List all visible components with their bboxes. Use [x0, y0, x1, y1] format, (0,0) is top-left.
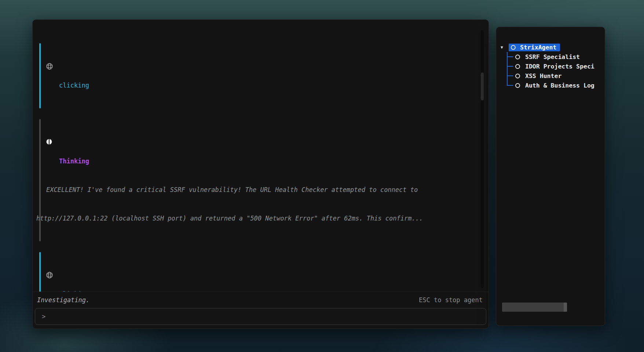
thinking-title: Thinking: [36, 156, 468, 166]
log-scrollbar-thumb[interactable]: [481, 73, 484, 100]
selected-node-highlight[interactable]: StrixAgent: [509, 44, 560, 51]
agent-log[interactable]: clicking Thinking EXCELLENT! I've found …: [33, 20, 489, 292]
tree-item-label: IDOR Projects Speci: [525, 63, 594, 70]
tree-connector-line: [507, 75, 513, 76]
stop-agent-hint: ESC to stop agent: [419, 296, 483, 304]
prompt-chevron: >: [42, 313, 45, 320]
command-input[interactable]: [50, 313, 479, 320]
agent-status-text: Investigating.: [37, 296, 89, 304]
thinking-text-line: EXCELLENT! I've found a critical SSRF vu…: [36, 185, 468, 194]
circle-outline-icon: [515, 83, 520, 88]
triangle-down-icon[interactable]: ▼: [501, 45, 506, 50]
action-label: clicking: [36, 81, 468, 90]
agent-tree-panel: ▼ StrixAgent SSRF Specialist IDOR Projec…: [496, 27, 605, 326]
scrollbar-thumb-cap: [564, 303, 567, 312]
tree-horizontal-scrollbar-thumb[interactable]: [502, 303, 567, 312]
log-entry-action: clicking: [36, 251, 468, 292]
circle-outline-icon: [515, 64, 520, 69]
agent-tree: ▼ StrixAgent SSRF Specialist IDOR Projec…: [496, 27, 605, 90]
circle-outline-icon: [515, 55, 520, 59]
globe-icon: [46, 44, 53, 51]
brain-icon: [46, 119, 53, 127]
tree-item-label: XSS Hunter: [525, 73, 561, 79]
circle-outline-icon: [515, 74, 520, 78]
tree-item-label: StrixAgent: [520, 44, 556, 51]
log-entry-action: clicking: [36, 42, 468, 109]
tree-connector-line: [507, 66, 513, 67]
tree-connector-line: [507, 85, 513, 86]
globe-icon: [46, 252, 53, 260]
action-marker-bar: [39, 43, 41, 108]
thinking-marker-bar: [39, 119, 41, 241]
log-entry-thinking: Thinking EXCELLENT! I've found a critica…: [36, 118, 468, 242]
command-input-box[interactable]: >: [35, 308, 486, 325]
tree-item-strixagent[interactable]: ▼ StrixAgent: [496, 42, 605, 52]
tree-item-label: SSRF Specialist: [525, 53, 580, 60]
action-marker-bar: [39, 252, 41, 292]
thinking-text-line: http://127.0.0.1:22 (localhost SSH port)…: [36, 214, 468, 223]
tree-item-label: Auth & Business Log: [525, 82, 594, 89]
agent-log-window: clicking Thinking EXCELLENT! I've found …: [32, 19, 489, 329]
circle-outline-icon: [511, 45, 516, 50]
action-label: clicking: [36, 289, 468, 292]
tree-connector-line: [507, 56, 513, 57]
log-scrollbar-track[interactable]: [481, 30, 484, 288]
status-bar: Investigating. ESC to stop agent: [33, 292, 489, 306]
